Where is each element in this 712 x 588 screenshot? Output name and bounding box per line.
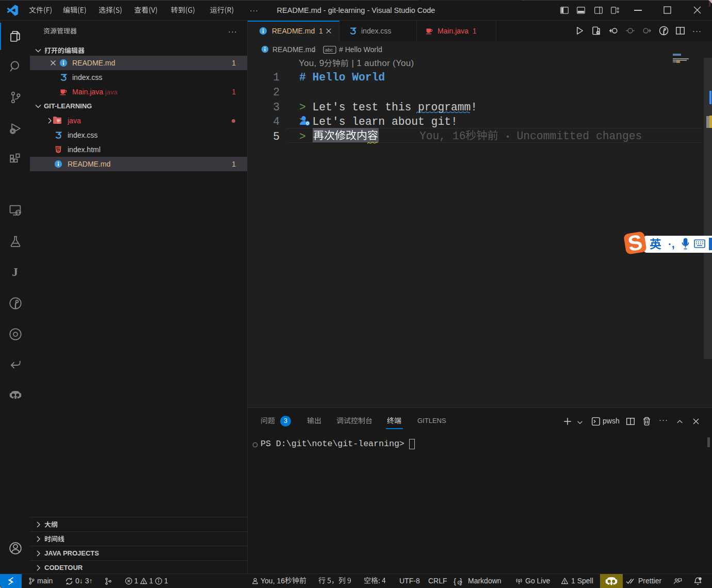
svg-text:abc: abc [325,47,333,53]
